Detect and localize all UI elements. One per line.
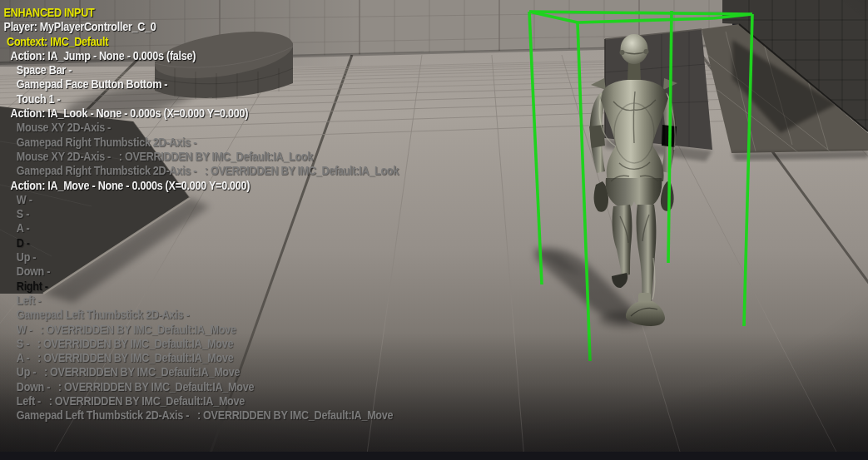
game-viewport[interactable]: ENHANCED INPUTPlayer: MyPlayerController… [0,0,868,460]
bottom-fade [0,333,868,453]
bottom-letterbox [0,452,868,460]
level-scene [0,0,868,460]
